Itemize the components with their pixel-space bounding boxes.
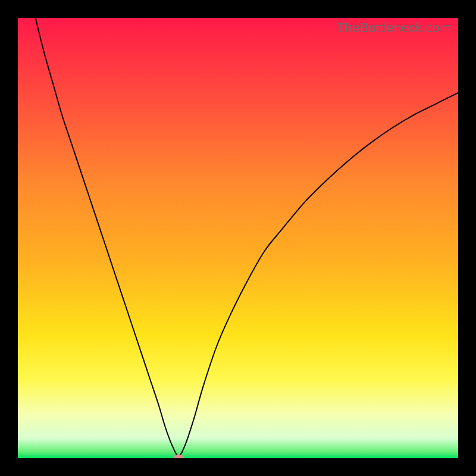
plot-area: TheBottleneck.com bbox=[18, 18, 458, 458]
chart-frame: TheBottleneck.com bbox=[0, 0, 476, 476]
optimum-marker bbox=[173, 455, 184, 458]
bottleneck-curve bbox=[18, 18, 458, 458]
